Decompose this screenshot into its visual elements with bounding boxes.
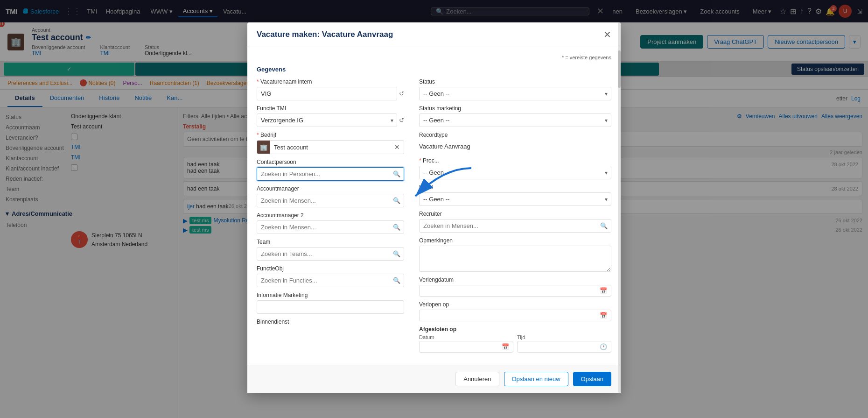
required-note: * = vereiste gegevens bbox=[257, 55, 611, 60]
recordtype-field-row: Recordtype Vacature Aanvraag bbox=[419, 132, 611, 153]
verlopen-op-field-row: Verlopen op 📅 bbox=[419, 301, 611, 321]
modal-section-gegevens: Gegevens bbox=[257, 66, 611, 73]
status-marketing-field-row: Status marketing -- Geen -- bbox=[419, 105, 611, 127]
modal-header: Vacature maken: Vacature Aanvraag ✕ bbox=[247, 22, 621, 47]
functieobj-input[interactable] bbox=[257, 274, 404, 287]
team-label: Team bbox=[257, 239, 404, 245]
contactpersoon-label: Contactpersoon bbox=[257, 159, 404, 165]
accountmanager2-input[interactable] bbox=[257, 220, 404, 234]
verlengdatum-field-row: Verlengdatum 📅 bbox=[419, 276, 611, 297]
accountmanager2-field-row: Accountmanager 2 🔍 bbox=[257, 212, 404, 234]
contactpersoon-field-row: Contactpersoon 🔍 bbox=[257, 159, 404, 181]
bedrijf-field-row: * Bedrijf 🏢 Test account ✕ bbox=[257, 132, 404, 154]
accountmanager-label: Accountmanager bbox=[257, 185, 404, 192]
functie-tmi-label: Functie TMI bbox=[257, 105, 404, 112]
functieobj-field-row: FunctieObj 🔍 bbox=[257, 265, 404, 287]
save-new-button[interactable]: Opslaan en nieuw bbox=[504, 372, 568, 386]
informatie-marketing-field-row: Informatie Marketing bbox=[257, 292, 404, 314]
proc-label: * Proc... bbox=[419, 157, 611, 164]
accountmanager-field-row: Accountmanager 🔍 bbox=[257, 185, 404, 207]
verlengdatum-label: Verlengdatum bbox=[419, 276, 611, 283]
verlopen-op-label: Verlopen op bbox=[419, 301, 611, 308]
company-icon: 🏢 bbox=[257, 141, 270, 154]
verlopen-op-input[interactable] bbox=[423, 312, 600, 319]
vacaturenaam-label: * Vacaturenaam intern bbox=[257, 78, 404, 85]
bedrijf-label: * Bedrijf bbox=[257, 132, 404, 138]
opmerkingen-field-row: Opmerkingen bbox=[419, 237, 611, 272]
status-select[interactable]: -- Geen -- bbox=[419, 87, 611, 100]
verlengdatum-input[interactable] bbox=[423, 287, 600, 294]
label-select[interactable]: -- Geen -- bbox=[419, 192, 611, 206]
modal-left-column: * Vacaturenaam intern ↺ Functie TMI bbox=[257, 78, 404, 357]
functieobj-label: FunctieObj bbox=[257, 265, 404, 272]
vacaturenaam-input[interactable] bbox=[257, 87, 397, 100]
opmerkingen-label: Opmerkingen bbox=[419, 237, 611, 244]
modal-overlay: Vacature maken: Vacature Aanvraag ✕ * = … bbox=[0, 0, 868, 418]
functie-reset-icon[interactable]: ↺ bbox=[399, 117, 404, 124]
modal-title: Vacature maken: Vacature Aanvraag bbox=[257, 30, 393, 39]
team-input[interactable] bbox=[257, 247, 404, 261]
modal-right-column: Status -- Geen -- Status marketing -- bbox=[419, 78, 611, 357]
label-field-row: Label -- Geen -- bbox=[419, 184, 611, 206]
binnendienst-label: Binnendienst bbox=[257, 319, 404, 325]
vacaturenaam-reset-icon[interactable]: ↺ bbox=[399, 90, 404, 97]
informatie-marketing-input[interactable] bbox=[257, 300, 404, 314]
team-field-row: Team 🔍 bbox=[257, 239, 404, 261]
modal-form-grid: * Vacaturenaam intern ↺ Functie TMI bbox=[257, 78, 611, 357]
accountmanager2-label: Accountmanager 2 bbox=[257, 212, 404, 219]
contactpersoon-input[interactable] bbox=[257, 167, 404, 181]
modal-dialog: Vacature maken: Vacature Aanvraag ✕ * = … bbox=[247, 22, 621, 393]
modal-body: * = vereiste gegevens Gegevens * Vacatur… bbox=[247, 47, 621, 365]
modal-scrollbar[interactable] bbox=[618, 22, 621, 393]
status-marketing-select[interactable]: -- Geen -- bbox=[419, 113, 611, 127]
label-label: Label bbox=[419, 184, 611, 191]
afgesloten-op-label: Afgesloten op bbox=[419, 326, 611, 333]
afgesloten-tijd-input[interactable] bbox=[521, 343, 600, 350]
informatie-marketing-label: Informatie Marketing bbox=[257, 292, 404, 298]
company-name-text: Test account bbox=[270, 142, 391, 153]
recordtype-label: Recordtype bbox=[419, 132, 611, 138]
datum-label: Datum bbox=[419, 334, 513, 340]
recruiter-field-row: Recruiter 🔍 bbox=[419, 211, 611, 233]
accountmanager-input[interactable] bbox=[257, 194, 404, 207]
recruiter-label: Recruiter bbox=[419, 211, 611, 217]
recordtype-value: Vacature Aanvraag bbox=[419, 140, 611, 153]
vacaturenaam-field-row: * Vacaturenaam intern ↺ bbox=[257, 78, 404, 100]
modal-footer: Annuleren Opslaan en nieuw Opslaan bbox=[247, 365, 621, 393]
functie-tmi-select[interactable]: Verzorgende IG bbox=[257, 113, 397, 127]
functie-tmi-field-row: Functie TMI Verzorgende IG ↺ bbox=[257, 105, 404, 127]
binnendienst-label-row: Binnendienst bbox=[257, 319, 404, 325]
calendar-icon-afgesloten[interactable]: 📅 bbox=[502, 343, 509, 350]
proc-field-row: * Proc... -- Geen -- bbox=[419, 157, 611, 179]
calendar-icon-verlopen[interactable]: 📅 bbox=[600, 312, 607, 319]
proc-select[interactable]: -- Geen -- bbox=[419, 166, 611, 179]
modal-close-button[interactable]: ✕ bbox=[603, 29, 611, 40]
modal-scrollbar-thumb bbox=[618, 50, 621, 88]
bedrijf-input: 🏢 Test account ✕ bbox=[257, 140, 404, 154]
status-label: Status bbox=[419, 78, 611, 85]
cancel-button[interactable]: Annuleren bbox=[455, 372, 499, 386]
status-marketing-label: Status marketing bbox=[419, 105, 611, 112]
opmerkingen-textarea[interactable] bbox=[419, 246, 611, 272]
company-clear-button[interactable]: ✕ bbox=[391, 142, 404, 153]
tijd-label: Tijd bbox=[517, 334, 611, 340]
save-button[interactable]: Opslaan bbox=[573, 372, 611, 386]
afgesloten-datum-input[interactable] bbox=[423, 343, 502, 350]
afgesloten-op-field-row: Afgesloten op Datum 📅 Tijd bbox=[419, 326, 611, 353]
status-field-row: Status -- Geen -- bbox=[419, 78, 611, 100]
recruiter-input[interactable] bbox=[419, 219, 611, 233]
clock-icon-afgesloten[interactable]: 🕐 bbox=[600, 343, 607, 350]
calendar-icon-verlengdatum[interactable]: 📅 bbox=[600, 287, 607, 294]
